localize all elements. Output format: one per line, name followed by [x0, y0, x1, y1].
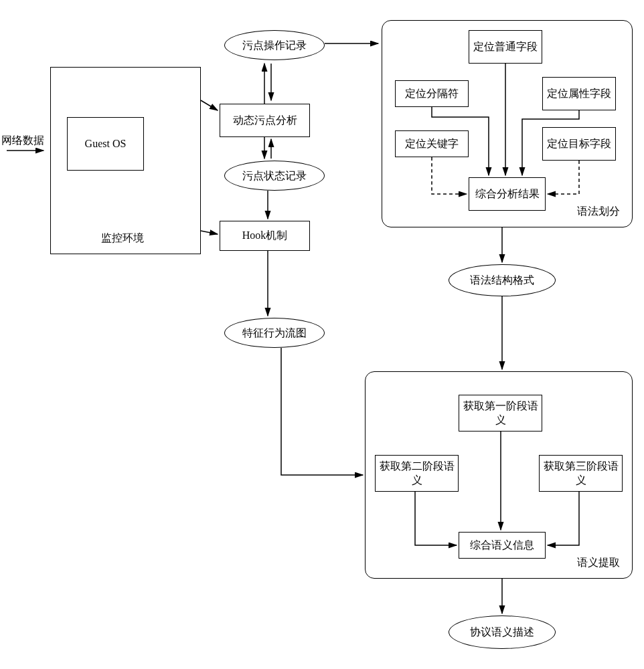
- hook-text: Hook机制: [242, 229, 288, 243]
- stage2-text: 获取第二阶段语义: [378, 460, 455, 488]
- locate-normal-box: 定位普通字段: [469, 30, 542, 64]
- combined-analysis-box: 综合分析结果: [469, 177, 546, 211]
- taint-op-text: 污点操作记录: [242, 39, 307, 52]
- taint-state-text: 污点状态记录: [242, 169, 307, 182]
- svg-line-2: [201, 231, 218, 234]
- feature-flow-ellipse: 特征行为流图: [224, 318, 325, 348]
- combined-analysis-text: 综合分析结果: [475, 187, 540, 201]
- locate-separator-text: 定位分隔符: [405, 87, 459, 101]
- dynamic-taint-box: 动态污点分析: [220, 104, 310, 137]
- dynamic-taint-text: 动态污点分析: [233, 114, 297, 128]
- locate-normal-text: 定位普通字段: [473, 40, 538, 54]
- locate-keyword-text: 定位关键字: [405, 137, 459, 151]
- stage3-text: 获取第三阶段语义: [542, 460, 619, 488]
- stage2-box: 获取第二阶段语义: [375, 455, 459, 492]
- stage1-text: 获取第一阶段语义: [462, 399, 539, 427]
- taint-op-ellipse: 污点操作记录: [224, 30, 325, 60]
- semantic-extract-label: 语义提取: [577, 556, 620, 570]
- stage1-box: 获取第一阶段语义: [459, 395, 542, 432]
- locate-keyword-box: 定位关键字: [395, 130, 469, 157]
- guest-os-text: Guest OS: [85, 137, 127, 151]
- feature-flow-text: 特征行为流图: [242, 326, 307, 339]
- locate-attribute-box: 定位属性字段: [542, 77, 616, 110]
- locate-attribute-text: 定位属性字段: [547, 87, 611, 101]
- taint-state-ellipse: 污点状态记录: [224, 161, 325, 191]
- syntax-structure-ellipse: 语法结构格式: [449, 264, 556, 296]
- combined-sem-text: 综合语义信息: [470, 539, 534, 553]
- network-data-label: 网络数据: [1, 134, 44, 148]
- monitor-env-label: 监控环境: [101, 231, 144, 246]
- stage3-box: 获取第三阶段语义: [539, 455, 623, 492]
- syntax-structure-text: 语法结构格式: [470, 274, 534, 286]
- hook-box: Hook机制: [220, 221, 310, 251]
- svg-line-1: [201, 100, 218, 110]
- protocol-desc-ellipse: 协议语义描述: [449, 615, 556, 649]
- combined-sem-box: 综合语义信息: [459, 532, 546, 559]
- locate-target-text: 定位目标字段: [547, 137, 611, 151]
- syntax-division-label: 语法划分: [577, 205, 620, 219]
- locate-separator-box: 定位分隔符: [395, 80, 469, 107]
- protocol-desc-text: 协议语义描述: [470, 626, 534, 638]
- guest-os-box: Guest OS: [67, 117, 144, 171]
- locate-target-box: 定位目标字段: [542, 127, 616, 161]
